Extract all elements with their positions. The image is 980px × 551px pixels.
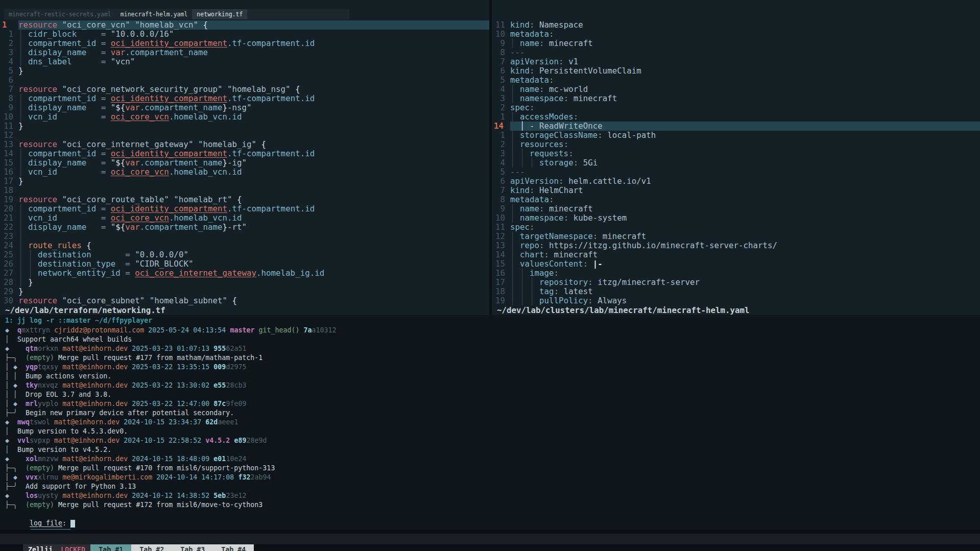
token: │ xyxy=(5,446,9,453)
token: 2024-10-15 23:34:37 xyxy=(124,418,201,426)
token: yqp xyxy=(26,363,38,371)
token: oci_identity_compartment xyxy=(111,149,227,158)
token: } xyxy=(223,222,228,232)
token: ◆ xyxy=(5,418,9,426)
zellij-tab-tab-3[interactable]: Tab #3 xyxy=(172,544,213,551)
line-text: │ vcn_id = oci_core_vcn.homelab_vcn.id xyxy=(18,167,489,177)
code-line: 17} xyxy=(0,177,489,186)
buffer-tab-networking.tf[interactable]: networking.tf xyxy=(192,9,247,19)
terminal-mode-ribbon[interactable]: Terminal xyxy=(31,529,70,530)
token xyxy=(9,492,26,499)
code-line: 2spec: xyxy=(492,103,980,112)
token: PersistentVolumeClaim xyxy=(535,66,641,76)
token: = xyxy=(101,103,106,112)
token: = xyxy=(101,112,106,122)
token xyxy=(57,167,101,177)
line-text: │ display_name = var.compartment_name xyxy=(18,48,489,57)
token xyxy=(9,418,17,426)
token: │ xyxy=(18,167,28,177)
token: .homelab_vcn.id xyxy=(169,112,242,122)
code-area-minecraft-helm-yaml[interactable]: 11kind: Namespace10metadata:9│ name: min… xyxy=(492,20,980,305)
token: { xyxy=(261,139,267,149)
token xyxy=(106,29,111,39)
line-number: 16 xyxy=(0,167,18,177)
token: │ │ xyxy=(5,391,17,398)
token: display_name xyxy=(28,222,86,232)
token: : xyxy=(588,277,593,287)
token: } xyxy=(18,286,23,296)
terminal-pane[interactable]: 1: jj log -r ::master ~/d/ffpyplayer ◆ q… xyxy=(0,315,980,530)
token: │ xyxy=(520,121,525,131)
token: : xyxy=(597,130,603,140)
line-number: 20 xyxy=(0,204,18,213)
token: Merge pull request #177 from matham/math… xyxy=(54,354,262,362)
token: minecraft xyxy=(568,93,617,103)
token xyxy=(17,363,26,371)
token: name xyxy=(520,204,539,213)
line-number: 25 xyxy=(0,250,18,259)
line-text: │ resources: xyxy=(510,140,980,149)
line-text: │ │ - ReadWriteOnce xyxy=(510,122,980,131)
code-line: 1│ storageClassName: local-path xyxy=(492,131,980,140)
line-text: │ display_name = "${var.compartment_name… xyxy=(18,158,489,167)
token: oci_core_internet_gateway xyxy=(135,268,256,278)
token: │ xyxy=(18,112,28,122)
token: │ xyxy=(18,213,28,223)
zellij-tab-tab-4[interactable]: Tab #4 xyxy=(213,544,254,551)
code-line: 10│ namespace: kube-system xyxy=(492,213,980,223)
code-area-networking-tf[interactable]: 1resource "oci_core_vcn" "homelab_vcn" {… xyxy=(0,20,489,305)
line-number: 12 xyxy=(492,232,510,241)
line-text: } xyxy=(18,287,489,296)
token xyxy=(106,112,111,122)
token: display_name xyxy=(28,158,86,167)
line-number: 18 xyxy=(0,186,18,195)
token: compartment_id xyxy=(28,38,96,48)
code-line: 28│ } xyxy=(0,278,489,287)
line-number: 10 xyxy=(492,213,510,223)
line-number: 10 xyxy=(0,112,18,122)
token: chart xyxy=(520,250,544,259)
token xyxy=(57,84,62,94)
editor-pane-left[interactable]: minecraft-restic-secrets.yamlminecraft-h… xyxy=(0,0,489,315)
token: namespace xyxy=(520,93,564,103)
token: │ xyxy=(510,259,520,269)
token: valuesContent xyxy=(520,259,583,269)
token: uysty xyxy=(38,492,58,499)
line-text: │ } xyxy=(18,278,489,287)
token: nxvqz xyxy=(38,381,58,389)
token: namespace xyxy=(520,213,564,223)
line-number: 14 xyxy=(492,250,510,259)
token: │ xyxy=(510,38,520,48)
token: : xyxy=(588,296,593,305)
line-number: 29 xyxy=(0,287,18,296)
token: │ xyxy=(510,121,520,131)
token: var xyxy=(125,222,140,232)
token: .homelab_vcn.id xyxy=(169,213,242,223)
buffer-tab-minecraft-helm.yaml[interactable]: minecraft-helm.yaml xyxy=(116,9,193,19)
token: = xyxy=(101,213,106,223)
code-line: 11spec: xyxy=(492,223,980,232)
zellij-tab-tab-2[interactable]: Tab #2 xyxy=(131,544,172,551)
token: │ xyxy=(5,336,9,343)
token: mrl xyxy=(26,400,38,408)
line-number: 9 xyxy=(492,39,510,48)
token: .compartment_name xyxy=(140,222,223,232)
token: Add support for Python 3.13 xyxy=(17,483,136,490)
token: = xyxy=(125,250,130,259)
token xyxy=(58,400,62,408)
token: "vcn" xyxy=(111,57,135,66)
zellij-tab-tab-1[interactable]: Tab #1 xyxy=(90,544,131,551)
token: │ xyxy=(18,149,28,158)
line-text: │ compartment_id = oci_identity_compartm… xyxy=(18,39,489,48)
log-file-prompt[interactable]: log file: xyxy=(5,510,75,519)
buffer-tab-minecraft-restic-secrets.yaml[interactable]: minecraft-restic-secrets.yaml xyxy=(4,9,116,19)
token xyxy=(106,47,111,57)
token: : xyxy=(544,250,549,259)
editor-pane-right[interactable]: 11kind: Namespace10metadata:9│ name: min… xyxy=(492,0,980,315)
token: |- xyxy=(593,259,603,269)
token: los xyxy=(26,492,38,499)
code-line: 12│ targetNamespace: minecraft xyxy=(492,232,980,241)
token: │ xyxy=(510,231,520,241)
code-line: 6kind: PersistentVolumeClaim xyxy=(492,66,980,76)
token: │ │ xyxy=(18,259,38,269)
